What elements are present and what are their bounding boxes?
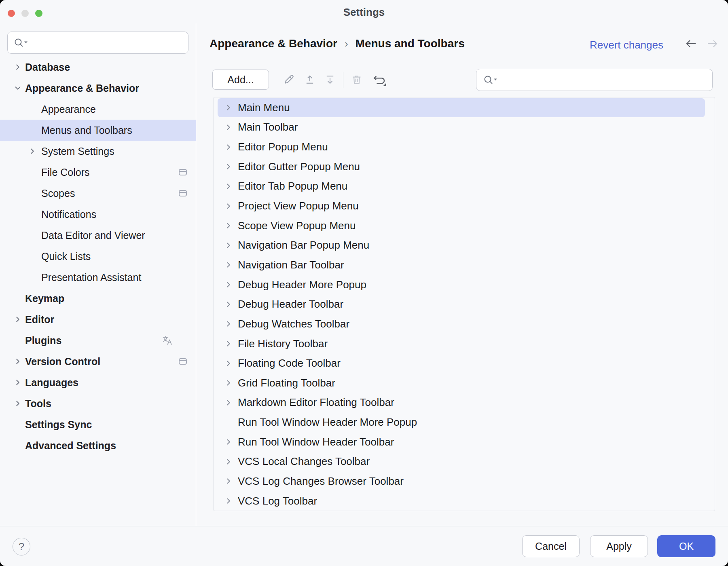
settings-search-input[interactable] bbox=[7, 32, 188, 54]
apply-button[interactable]: Apply bbox=[590, 535, 648, 557]
list-item-project-view-popup-menu[interactable]: Project View Popup Menu bbox=[214, 196, 715, 216]
chevron-right-icon[interactable] bbox=[224, 162, 233, 171]
zoom-window-button[interactable] bbox=[35, 10, 42, 17]
sidebar-item-editor[interactable]: Editor bbox=[0, 309, 196, 330]
list-item-main-menu[interactable]: Main Menu bbox=[214, 98, 715, 118]
breadcrumb-parent[interactable]: Appearance & Behavior bbox=[210, 37, 337, 50]
chevron-right-icon[interactable] bbox=[13, 315, 22, 324]
sidebar-item-label: System Settings bbox=[41, 146, 114, 157]
sidebar-item-label: Tools bbox=[25, 398, 51, 410]
sidebar-item-menus-and-toolbars[interactable]: Menus and Toolbars bbox=[0, 120, 196, 141]
delete-icon[interactable] bbox=[351, 74, 362, 85]
help-button[interactable]: ? bbox=[13, 538, 30, 555]
chevron-right-icon[interactable] bbox=[13, 63, 22, 72]
list-item-label: Debug Header Toolbar bbox=[238, 298, 343, 310]
chevron-right-icon[interactable] bbox=[224, 359, 233, 368]
sidebar-item-data-editor-and-viewer[interactable]: Data Editor and Viewer bbox=[0, 225, 196, 246]
breadcrumb-current: Menus and Toolbars bbox=[356, 37, 465, 50]
cancel-button[interactable]: Cancel bbox=[522, 535, 580, 557]
minimize-window-button[interactable] bbox=[21, 10, 29, 17]
list-item-main-toolbar[interactable]: Main Toolbar bbox=[214, 118, 715, 137]
list-item-navigation-bar-toolbar[interactable]: Navigation Bar Toolbar bbox=[214, 255, 715, 275]
sidebar-item-languages[interactable]: Languages bbox=[0, 372, 196, 393]
list-item-scope-view-popup-menu[interactable]: Scope View Popup Menu bbox=[214, 216, 715, 236]
chevron-down-icon[interactable] bbox=[13, 84, 22, 93]
list-item-debug-header-more-popup[interactable]: Debug Header More Popup bbox=[214, 275, 715, 295]
chevron-right-icon[interactable] bbox=[224, 280, 233, 289]
sidebar-item-tools[interactable]: Tools bbox=[0, 393, 196, 414]
panel-icon bbox=[178, 357, 187, 365]
chevron-right-icon[interactable] bbox=[224, 103, 233, 112]
close-window-button[interactable] bbox=[8, 10, 15, 17]
list-item-file-history-toolbar[interactable]: File History Toolbar bbox=[214, 334, 715, 354]
sidebar-item-version-control[interactable]: Version Control bbox=[0, 351, 196, 372]
chevron-right-icon[interactable] bbox=[224, 437, 233, 446]
move-down-icon[interactable] bbox=[324, 74, 336, 85]
list-item-editor-popup-menu[interactable]: Editor Popup Menu bbox=[214, 137, 715, 157]
navigate-forward-icon[interactable] bbox=[705, 38, 719, 49]
sidebar-item-label: Data Editor and Viewer bbox=[41, 230, 145, 241]
list-item-debug-watches-toolbar[interactable]: Debug Watches Toolbar bbox=[214, 314, 715, 334]
title-bar: Settings bbox=[0, 0, 728, 23]
restore-icon[interactable] bbox=[372, 74, 387, 86]
sidebar-item-file-colors[interactable]: File Colors bbox=[0, 162, 196, 183]
chevron-right-icon[interactable] bbox=[224, 477, 233, 486]
breadcrumb: Appearance & Behavior › Menus and Toolba… bbox=[210, 37, 465, 50]
edit-icon[interactable] bbox=[283, 74, 294, 85]
chevron-right-icon[interactable] bbox=[224, 319, 233, 328]
chevron-right-icon[interactable] bbox=[224, 241, 233, 250]
chevron-right-icon[interactable] bbox=[224, 182, 233, 191]
chevron-right-icon[interactable] bbox=[13, 378, 22, 387]
sidebar-item-scopes[interactable]: Scopes bbox=[0, 183, 196, 204]
sidebar-item-advanced-settings[interactable]: Advanced Settings bbox=[0, 435, 196, 456]
sidebar-item-appearance-behavior[interactable]: Appearance & Behavior bbox=[0, 78, 196, 99]
navigate-back-icon[interactable] bbox=[684, 38, 698, 49]
list-item-floating-code-toolbar[interactable]: Floating Code Toolbar bbox=[214, 353, 715, 373]
sidebar-item-presentation-assistant[interactable]: Presentation Assistant bbox=[0, 267, 196, 288]
list-item-editor-tab-popup-menu[interactable]: Editor Tab Popup Menu bbox=[214, 177, 715, 196]
list-item-grid-floating-toolbar[interactable]: Grid Floating Toolbar bbox=[214, 373, 715, 393]
chevron-right-icon[interactable] bbox=[224, 202, 233, 211]
sidebar-item-label: File Colors bbox=[41, 167, 89, 178]
chevron-right-icon[interactable] bbox=[224, 143, 233, 152]
move-up-icon[interactable] bbox=[304, 74, 315, 85]
chevron-right-icon[interactable] bbox=[224, 221, 233, 230]
chevron-right-icon[interactable] bbox=[224, 457, 233, 466]
chevron-right-icon[interactable] bbox=[224, 496, 233, 505]
sidebar-item-quick-lists[interactable]: Quick Lists bbox=[0, 246, 196, 267]
list-item-navigation-bar-popup-menu[interactable]: Navigation Bar Popup Menu bbox=[214, 235, 715, 255]
sidebar-item-keymap[interactable]: Keymap bbox=[0, 288, 196, 309]
chevron-right-icon[interactable] bbox=[224, 300, 233, 309]
list-item-editor-gutter-popup-menu[interactable]: Editor Gutter Popup Menu bbox=[214, 157, 715, 177]
list-item-run-tool-window-header-more-popup[interactable]: Run Tool Window Header More Popup bbox=[214, 412, 715, 432]
chevron-right-icon[interactable] bbox=[224, 123, 233, 132]
list-item-run-tool-window-header-toolbar[interactable]: Run Tool Window Header Toolbar bbox=[214, 432, 715, 452]
chevron-right-icon[interactable] bbox=[224, 260, 233, 269]
revert-changes-link[interactable]: Revert changes bbox=[590, 39, 663, 51]
sidebar-item-label: Database bbox=[25, 61, 70, 73]
sidebar-item-label: Advanced Settings bbox=[25, 440, 116, 452]
list-item-vcs-local-changes-toolbar[interactable]: VCS Local Changes Toolbar bbox=[214, 452, 715, 472]
chevron-right-icon[interactable] bbox=[13, 357, 22, 366]
add-button[interactable]: Add... bbox=[212, 70, 269, 90]
toolbar-filter-input[interactable] bbox=[476, 69, 713, 91]
list-item-label: Scope View Popup Menu bbox=[238, 220, 356, 232]
ok-button[interactable]: OK bbox=[657, 535, 715, 557]
list-item-vcs-log-toolbar[interactable]: VCS Log Toolbar bbox=[214, 491, 715, 511]
chevron-right-icon[interactable] bbox=[13, 399, 22, 408]
sidebar-item-plugins[interactable]: Plugins bbox=[0, 330, 196, 351]
chevron-right-icon[interactable] bbox=[224, 378, 233, 387]
list-item-markdown-editor-floating-toolbar[interactable]: Markdown Editor Floating Toolbar bbox=[214, 393, 715, 413]
list-item-label: Editor Gutter Popup Menu bbox=[238, 161, 360, 173]
chevron-right-icon[interactable] bbox=[28, 147, 37, 156]
list-item-vcs-log-changes-browser-toolbar[interactable]: VCS Log Changes Browser Toolbar bbox=[214, 471, 715, 491]
list-item-debug-header-toolbar[interactable]: Debug Header Toolbar bbox=[214, 294, 715, 314]
sidebar-item-notifications[interactable]: Notifications bbox=[0, 204, 196, 225]
sidebar-item-appearance[interactable]: Appearance bbox=[0, 99, 196, 120]
toolbar-separator bbox=[343, 72, 343, 88]
sidebar-item-system-settings[interactable]: System Settings bbox=[0, 141, 196, 162]
chevron-right-icon[interactable] bbox=[224, 339, 233, 348]
sidebar-item-database[interactable]: Database bbox=[0, 57, 196, 78]
sidebar-item-settings-sync[interactable]: Settings Sync bbox=[0, 414, 196, 435]
chevron-right-icon[interactable] bbox=[224, 398, 233, 407]
